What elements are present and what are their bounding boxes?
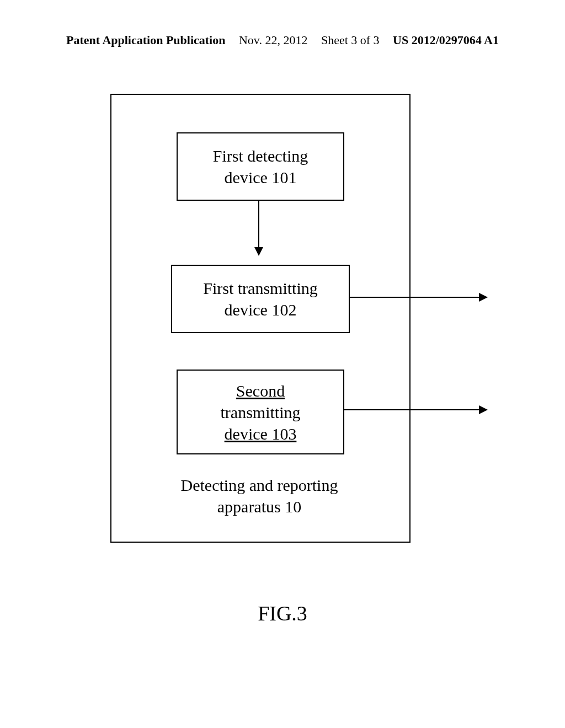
apparatus-line2: apparatus 10 bbox=[110, 496, 408, 517]
arrow-out-box3 bbox=[343, 409, 487, 410]
first-transmitting-device: First transmitting device 102 bbox=[171, 265, 350, 333]
apparatus-line1: Detecting and reporting bbox=[110, 474, 408, 496]
box3-line2: transmitting bbox=[221, 402, 301, 423]
box3-line1: Second bbox=[236, 380, 285, 402]
figure-label: FIG.3 bbox=[0, 601, 565, 625]
first-detecting-device: First detecting device 101 bbox=[177, 132, 344, 201]
header-pubno: US 2012/0297064 A1 bbox=[393, 33, 499, 47]
page-header: Patent Application Publication Nov. 22, … bbox=[0, 33, 565, 47]
header-sheet: Sheet 3 of 3 bbox=[321, 33, 380, 47]
second-transmitting-device: Second transmitting device 103 bbox=[177, 370, 344, 454]
header-date: Nov. 22, 2012 bbox=[239, 33, 307, 47]
header-left: Patent Application Publication bbox=[66, 33, 225, 47]
arrow-box1-to-box2 bbox=[258, 200, 259, 255]
box2-line1: First transmitting bbox=[203, 277, 318, 299]
box2-line2: device 102 bbox=[225, 299, 297, 320]
apparatus-label: Detecting and reporting apparatus 10 bbox=[110, 474, 408, 517]
box1-line1: First detecting bbox=[213, 145, 308, 167]
box1-line2: device 101 bbox=[225, 167, 297, 188]
box3-line3: device 103 bbox=[225, 423, 297, 445]
diagram: First detecting device 101 First transmi… bbox=[110, 94, 408, 540]
arrow-out-box2 bbox=[349, 297, 487, 298]
